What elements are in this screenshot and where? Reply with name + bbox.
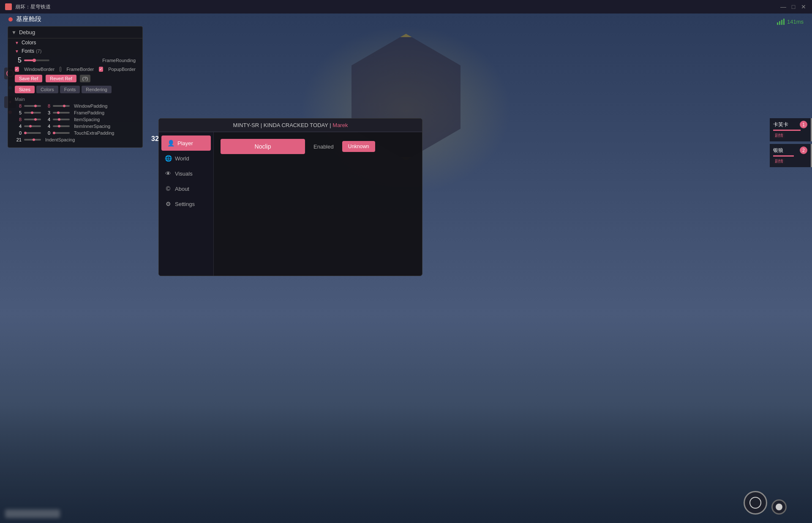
tree-item-fonts[interactable]: ▼ Fonts (7): [8, 47, 142, 55]
window-padding-row: 8 8 WindowPadding: [8, 103, 142, 109]
visuals-icon: 👁: [165, 170, 172, 177]
signal-bars: [777, 19, 785, 25]
character-panel: 卡芙卡 1 剧情 银狼 2 剧情: [770, 118, 812, 167]
ping-display: 141ms: [787, 19, 804, 25]
iis-slider1[interactable]: [24, 125, 41, 127]
nav-item-about[interactable]: © About: [159, 181, 213, 196]
buttons-row: Save Ref Revert Ref (?): [8, 73, 142, 84]
nav-item-settings[interactable]: ⚙ Settings: [159, 196, 213, 211]
window-controls: — □ ✕: [780, 3, 807, 10]
topbar-text: MINTY-SR | KINDA CRACKED TODAY |: [233, 122, 333, 128]
checkbox-row: ✓ WindowBorder FrameBorder ✓ PopupBorder: [8, 65, 142, 73]
window-border-cb[interactable]: ✓: [15, 67, 19, 72]
char-tag-2: 剧情: [773, 158, 785, 165]
noclip-button[interactable]: Noclip: [221, 139, 305, 154]
wp-label: WindowPadding: [74, 103, 108, 108]
collapse-arrow[interactable]: ▼: [11, 30, 16, 35]
wp-slider2[interactable]: [53, 105, 70, 107]
frame-rounding-value: 5: [15, 57, 22, 64]
noclip-row: Noclip Enabled Unknown: [221, 139, 415, 154]
nav-item-player[interactable]: 👤 Player: [161, 135, 211, 151]
char-bar-1: [773, 130, 801, 131]
app-icon: [5, 3, 12, 10]
section-label: 基座舱段: [16, 15, 41, 23]
nav-item-world[interactable]: 🌐 World: [159, 151, 213, 166]
cheat-topbar: MINTY-SR | KINDA CRACKED TODAY | Marek: [159, 119, 422, 132]
char-num-2: 2: [800, 146, 807, 154]
char-num-1: 1: [800, 121, 807, 128]
tab-sizes[interactable]: Sizes: [15, 86, 35, 93]
wp-val2: 8: [44, 103, 50, 108]
bottom-bar-blurred: [5, 509, 60, 518]
minimize-button[interactable]: —: [780, 3, 787, 10]
frame-padding-row: 5 3 FramePadding: [8, 109, 142, 116]
tab-rendering[interactable]: Rendering: [82, 86, 112, 93]
frame-rounding-row: 5 FrameRounding: [8, 55, 142, 65]
nav-world-label: World: [175, 155, 189, 162]
tree-arrow-fonts: ▼: [15, 49, 19, 54]
frame-border-cb[interactable]: [60, 67, 61, 72]
is-val2: 4: [44, 117, 50, 122]
wp-val1: 8: [15, 103, 22, 108]
tep-val1: 0: [15, 130, 22, 135]
wp-slider1[interactable]: [24, 105, 41, 107]
is-slider1[interactable]: [24, 119, 41, 120]
tep-slider2[interactable]: [53, 132, 70, 134]
frame-rounding-label: FrameRounding: [102, 58, 136, 63]
fp-val2: 3: [44, 110, 50, 115]
debug-panel: ▼ Debug ▼ Colors ▼ Fonts (7) 5 FrameRoun…: [8, 26, 143, 148]
hud-circle-container: [744, 491, 767, 515]
about-icon: ©: [165, 185, 172, 192]
tep-slider1[interactable]: [24, 132, 41, 134]
ind-val1: 21: [15, 137, 22, 142]
maximize-button[interactable]: □: [790, 3, 797, 10]
player-icon: 👤: [167, 140, 174, 146]
iis-slider2[interactable]: [53, 125, 70, 127]
fonts-count: (7): [36, 49, 41, 54]
char-name-2: 银狼: [773, 147, 783, 154]
tree-item-colors[interactable]: ▼ Colors: [8, 38, 142, 47]
save-ref-button[interactable]: Save Ref: [15, 75, 42, 82]
settings-icon: ⚙: [165, 201, 172, 207]
tab-colors[interactable]: Colors: [36, 86, 58, 93]
topbar-username: Marek: [332, 122, 348, 128]
frame-rounding-slider[interactable]: [24, 60, 49, 61]
char-entry-2: 银狼 2 剧情: [770, 144, 812, 167]
fp-label: FramePadding: [74, 110, 104, 115]
ind-label: IndentSpacing: [45, 137, 75, 142]
is-label: ItemSpacing: [74, 117, 100, 122]
cheat-panel: MINTY-SR | KINDA CRACKED TODAY | Marek 👤…: [158, 118, 422, 276]
fp-slider1[interactable]: [24, 112, 41, 114]
nav-settings-label: Settings: [175, 201, 195, 207]
nav-item-visuals[interactable]: 👁 Visuals: [159, 166, 213, 181]
main-section-label: Main: [8, 95, 142, 103]
cheat-body: 👤 Player 🌐 World 👁 Visuals © About ⚙ Set…: [159, 132, 422, 276]
hud-circle-2[interactable]: [771, 499, 787, 515]
debug-title: Debug: [19, 29, 35, 35]
hud-circle-1[interactable]: [744, 491, 767, 515]
fp-slider2[interactable]: [53, 112, 70, 114]
close-button[interactable]: ✕: [800, 3, 807, 10]
indent-spacing-row: 21 IndentSpacing: [8, 136, 142, 143]
tab-row: Sizes Colors Fonts Rendering: [8, 84, 142, 95]
ind-slider1[interactable]: [24, 139, 41, 141]
cheat-nav: 👤 Player 🌐 World 👁 Visuals © About ⚙ Set…: [159, 132, 214, 276]
cheat-content: Noclip Enabled Unknown: [214, 132, 422, 276]
popup-border-cb[interactable]: ✓: [99, 67, 103, 72]
is-slider2[interactable]: [53, 119, 70, 120]
char-tag-1: 剧情: [773, 132, 785, 139]
frame-border-label: FrameBorder: [66, 67, 94, 72]
debug-header: ▼ Debug: [8, 27, 142, 38]
is-val1: 8: [15, 117, 22, 122]
fp-val1: 5: [15, 110, 22, 115]
revert-ref-button[interactable]: Revert Ref: [46, 75, 76, 82]
label-32: 32: [151, 135, 159, 143]
world-icon: 🌐: [165, 155, 172, 162]
nav-player-label: Player: [177, 140, 193, 146]
hud-circle-inner-2: [776, 504, 782, 510]
help-button[interactable]: (?): [80, 75, 90, 82]
enabled-label: Enabled: [313, 144, 334, 150]
unknown-button[interactable]: Unknown: [342, 141, 375, 152]
item-inner-spacing-row: 4 4 ItemInnerSpacing: [8, 123, 142, 130]
tab-fonts[interactable]: Fonts: [60, 86, 80, 93]
